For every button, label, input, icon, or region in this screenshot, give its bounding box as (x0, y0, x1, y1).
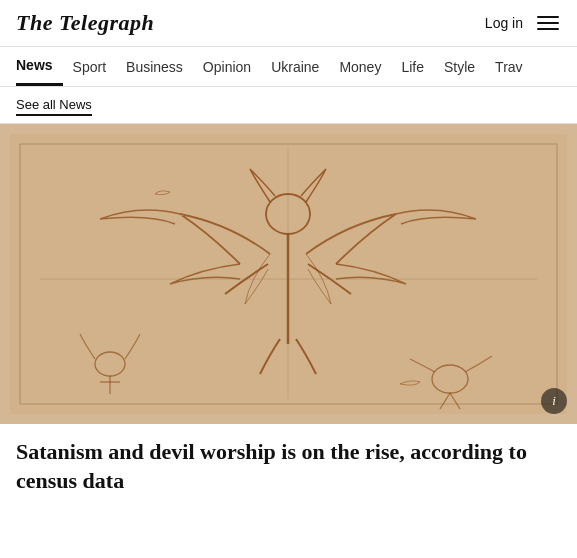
nav-item-style[interactable]: Style (434, 49, 485, 85)
nav-item-life[interactable]: Life (391, 49, 434, 85)
see-all-news-link[interactable]: See all News (16, 97, 92, 116)
article-title[interactable]: Satanism and devil worship is on the ris… (16, 438, 561, 495)
hamburger-line-1 (537, 16, 559, 18)
nav-item-ukraine[interactable]: Ukraine (261, 49, 329, 85)
nav-bar: News Sport Business Opinion Ukraine Mone… (0, 47, 577, 87)
menu-icon[interactable] (535, 14, 561, 32)
header-right: Log in (485, 14, 561, 32)
page-wrapper: The Telegraph Log in News Sport Business… (0, 0, 577, 558)
article-section: Satanism and devil worship is on the ris… (0, 424, 577, 511)
hero-image (0, 124, 577, 424)
nav-item-business[interactable]: Business (116, 49, 193, 85)
info-icon[interactable]: i (541, 388, 567, 414)
nav-item-money[interactable]: Money (329, 49, 391, 85)
info-icon-symbol: i (552, 393, 556, 409)
nav-item-travel[interactable]: Trav (485, 49, 532, 85)
hamburger-line-2 (537, 22, 559, 24)
hero-image-container: i (0, 124, 577, 424)
sub-nav: See all News (0, 87, 577, 124)
header: The Telegraph Log in (0, 0, 577, 47)
hamburger-line-3 (537, 28, 559, 30)
site-logo: The Telegraph (16, 10, 154, 36)
nav-item-news[interactable]: News (16, 47, 63, 86)
nav-item-opinion[interactable]: Opinion (193, 49, 261, 85)
hero-illustration (0, 124, 577, 424)
login-button[interactable]: Log in (485, 15, 523, 31)
nav-item-sport[interactable]: Sport (63, 49, 116, 85)
